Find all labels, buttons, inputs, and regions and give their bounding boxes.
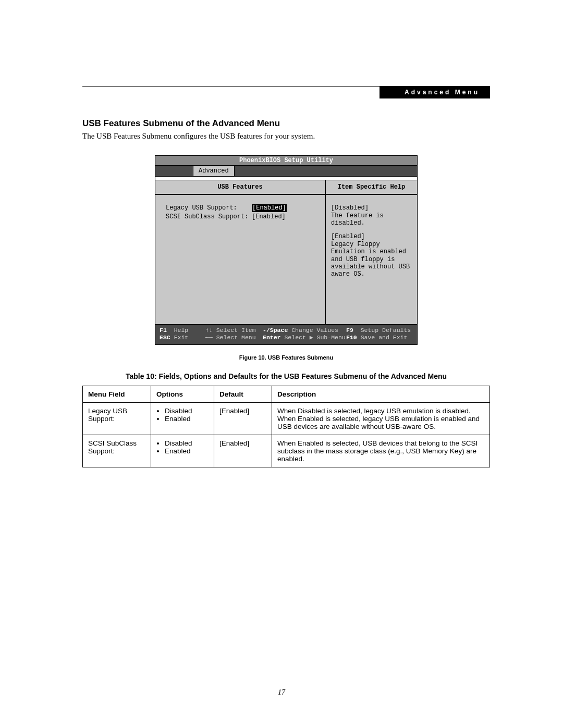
bios-setting-value: [Enabled] <box>252 213 286 220</box>
bios-key: ←→ <box>205 334 213 341</box>
col-options: Options <box>151 386 214 402</box>
cell-field: SCSI SubClass Support: <box>83 435 151 467</box>
bios-footer: F1 Help ↑↓ Select Item -/Space Change Va… <box>155 324 417 344</box>
bios-help-disabled-text: The feature is disabled. <box>331 212 384 227</box>
bios-key: ↑↓ <box>205 327 213 334</box>
page: Advanced Menu USB Features Submenu of th… <box>0 0 563 728</box>
bios-key-label: Save and Exit <box>361 334 408 341</box>
bios-key-label: Change Values <box>291 327 338 334</box>
cell-default: [Enabled] <box>214 402 272 435</box>
page-number: 17 <box>0 688 563 697</box>
cell-desc: When Disabled is selected, legacy USB em… <box>272 402 490 435</box>
figure-caption: Figure 10. USB Features Submenu <box>82 354 490 361</box>
bios-key-label: Select Item <box>216 327 256 334</box>
bios-menu-bar: Advanced <box>155 166 417 176</box>
bios-screenshot: PhoenixBIOS Setup Utility Advanced USB F… <box>155 155 418 345</box>
bios-key-label: Exit <box>174 334 189 341</box>
bios-setting-row: SCSI SubClass Support: [Enabled] <box>166 213 320 220</box>
content: USB Features Submenu of the Advanced Men… <box>82 118 490 467</box>
col-field: Menu Field <box>83 386 151 402</box>
bios-key: ESC <box>160 334 170 341</box>
option-item: Disabled <box>165 439 209 447</box>
cell-options: Disabled Enabled <box>151 435 214 467</box>
cell-field: Legacy USB Support: <box>83 402 151 435</box>
bios-key-label: Select Menu <box>216 334 256 341</box>
col-default: Default <box>214 386 272 402</box>
option-item: Disabled <box>165 407 209 415</box>
bios-left-title: USB Features <box>155 180 325 195</box>
bios-title: PhoenixBIOS Setup Utility <box>155 156 417 166</box>
bios-setting-label: Legacy USB Support: <box>166 204 252 212</box>
bios-gap <box>155 177 417 180</box>
header-rule: Advanced Menu <box>82 86 490 87</box>
bios-body: USB Features Legacy USB Support: [Enable… <box>155 180 417 324</box>
bios-key: -/Space <box>263 327 288 334</box>
bios-settings: Legacy USB Support: [Enabled] SCSI SubCl… <box>155 195 325 324</box>
table-caption: Table 10: Fields, Options and Defaults f… <box>82 372 490 380</box>
bios-key-label: Help <box>174 327 189 334</box>
fields-table: Menu Field Options Default Description L… <box>82 386 490 467</box>
bios-help-enabled-text: Legacy Floppy Emulation is enabled and U… <box>331 241 410 278</box>
option-item: Enabled <box>165 415 209 423</box>
bios-help-body: [Disabled] The feature is disabled. [Ena… <box>326 195 417 324</box>
bios-key: F1 <box>160 327 167 334</box>
col-description: Description <box>272 386 490 402</box>
bios-key-label: Select ▶ Sub-Menu <box>284 334 345 341</box>
bios-key-label: Setup Defaults <box>361 327 411 334</box>
bios-key: F10 <box>346 334 357 341</box>
bios-key: F9 <box>346 327 353 334</box>
bios-footer-row: ESC Exit ←→ Select Menu Enter Select ▶ S… <box>160 334 413 341</box>
bios-footer-row: F1 Help ↑↓ Select Item -/Space Change Va… <box>160 327 413 334</box>
bios-setting-value: [Enabled] <box>252 204 287 212</box>
bios-help-pane: Item Specific Help [Disabled] The featur… <box>326 180 417 324</box>
option-item: Enabled <box>165 447 209 455</box>
cell-desc: When Enabled is selected, USB devices th… <box>272 435 490 467</box>
bios-help-disabled-label: [Disabled] <box>331 204 369 212</box>
bios-setting-label: SCSI SubClass Support: <box>166 213 252 220</box>
bios-setting-row: Legacy USB Support: [Enabled] <box>166 204 320 212</box>
cell-options: Disabled Enabled <box>151 402 214 435</box>
bios-tab-advanced: Advanced <box>193 166 235 176</box>
cell-default: [Enabled] <box>214 435 272 467</box>
intro-text: The USB Features Submenu configures the … <box>82 132 490 141</box>
table-header-row: Menu Field Options Default Description <box>83 386 490 402</box>
table-row: Legacy USB Support: Disabled Enabled [En… <box>83 402 490 435</box>
section-title: USB Features Submenu of the Advanced Men… <box>82 118 490 129</box>
table-row: SCSI SubClass Support: Disabled Enabled … <box>83 435 490 467</box>
section-header: Advanced Menu <box>380 87 490 98</box>
bios-left-pane: USB Features Legacy USB Support: [Enable… <box>155 180 326 324</box>
bios-right-title: Item Specific Help <box>326 180 417 195</box>
bios-key: Enter <box>263 334 281 341</box>
bios-help-enabled-label: [Enabled] <box>331 233 365 240</box>
